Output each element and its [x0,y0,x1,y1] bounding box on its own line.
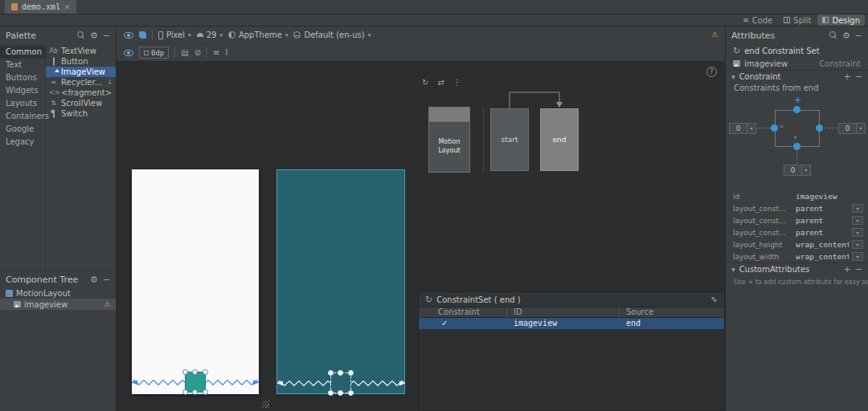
paint-mode-icon[interactable] [139,31,146,39]
selected-component-row[interactable]: imageview Constraint [726,57,868,70]
mode-split-button[interactable]: Split [779,14,816,26]
tab-close-icon[interactable]: × [64,3,70,11]
device-selector[interactable]: Pixel ▾ [158,31,191,39]
search-icon[interactable] [829,31,837,39]
gear-icon[interactable]: ⚙ [842,31,850,40]
add-constraint-icon[interactable]: + [844,72,851,81]
attribute-value[interactable]: parent [796,216,849,225]
resize-handle[interactable] [328,370,334,376]
add-top-constraint-icon[interactable]: + [794,95,801,105]
constraint-set-start-box[interactable]: start [490,108,529,171]
attribute-value[interactable]: parent [796,204,849,213]
palette-category-text[interactable]: Text [0,59,45,71]
help-icon[interactable]: ? [706,67,717,77]
value-dropdown[interactable]: ▾ [852,204,863,213]
resize-handle[interactable] [348,390,354,396]
motion-layout-box[interactable]: Motion Layout [428,107,470,173]
right-anchor[interactable] [816,124,823,132]
palette-item-textview[interactable]: Ab TextView [46,46,116,56]
palette-category-legacy[interactable]: Legacy [0,136,45,149]
resize-handle[interactable] [203,369,208,375]
search-icon[interactable] [77,31,85,39]
resize-handle[interactable] [328,390,334,396]
resize-grip[interactable] [262,401,269,408]
palette-item-fragment[interactable]: <> <fragment> [46,87,116,98]
constraint-set-end-box[interactable]: end [540,108,579,171]
constraint-anchor[interactable] [192,369,198,375]
palette-item-imageview[interactable]: ImageView [46,67,116,77]
theme-selector[interactable]: AppTheme ▾ [228,31,289,39]
right-margin-select[interactable]: 0 ▾ [838,123,866,134]
palette-item-scrollview[interactable]: ⇅ ScrollView [46,98,116,108]
attribute-name: id [733,193,792,201]
imageview-widget-design[interactable] [185,372,206,393]
constraint-set-table-row[interactable]: ✓ imageview end [419,318,724,329]
motion-cycle-icon[interactable]: ↻ [422,78,428,87]
add-custom-attribute-icon[interactable]: + [844,265,851,274]
tree-item-motionlayout[interactable]: MotionLayout [0,287,116,299]
top-anchor[interactable] [793,106,800,113]
mode-code-button[interactable]: ≡ Code [738,14,777,26]
blueprint-preview[interactable] [276,169,405,394]
bottom-anchor[interactable] [793,143,800,150]
collapse-icon[interactable]: ▼ [731,267,735,272]
minimize-icon[interactable]: − [103,275,110,284]
remove-constraint-icon[interactable]: − [855,72,862,81]
palette-item-switch[interactable]: Switch [46,108,116,119]
resize-handle[interactable] [203,389,208,395]
motion-transition-icon[interactable]: ⇄ [437,78,444,87]
pack-icon[interactable]: ≡ [213,49,219,57]
minimize-icon[interactable]: − [855,31,862,40]
minimize-icon[interactable]: − [103,31,110,40]
layout-warning-icon[interactable]: ⚠ [711,31,718,39]
palette-item-button[interactable]: Button [46,56,116,67]
collapse-icon[interactable]: ▼ [731,74,735,79]
api-selector[interactable]: 29 ▾ [197,31,223,39]
tree-item-label: MotionLayout [16,289,71,298]
constraint-anchor[interactable] [192,389,198,395]
attribute-value[interactable]: parent [796,228,849,237]
locale-selector[interactable]: Default (en-us) ▾ [293,31,371,39]
palette-category-widgets[interactable]: Widgets [0,84,45,97]
mode-design-button[interactable]: Design [817,14,865,26]
default-margin-selector[interactable]: 0dp [139,47,169,59]
guidelines-icon[interactable]: ▤ [181,49,188,57]
value-dropdown[interactable]: ▾ [852,252,863,261]
resize-handle[interactable] [182,369,188,375]
palette-category-containers[interactable]: Containers [0,110,45,123]
attribute-value[interactable]: wrap_content [796,240,849,249]
value-dropdown[interactable]: ▾ [852,228,863,237]
gear-icon[interactable]: ⚙ [90,31,98,40]
left-margin-select[interactable]: 0 ▾ [729,123,756,134]
tree-item-imageview[interactable]: imageview ⚠ [0,299,116,310]
custom-attributes-section-header[interactable]: ▼ CustomAttributes + − [726,262,868,275]
constraint-anchor[interactable] [338,390,343,396]
imageview-widget-blueprint[interactable] [330,372,351,393]
resize-handle[interactable] [348,370,354,376]
view-options-icon[interactable] [124,32,133,39]
download-icon[interactable]: ↓ [107,79,113,86]
motion-more-icon[interactable]: ⋮ [453,78,461,87]
palette-category-layouts[interactable]: Layouts [0,97,45,110]
gear-icon[interactable]: ⚙ [90,275,98,284]
constraint-section-header[interactable]: ▼ Constraint + − [726,70,868,83]
value-dropdown[interactable]: ▾ [852,240,863,249]
palette-category-google[interactable]: Google [0,123,45,136]
edit-pencil-icon[interactable]: ✎ [711,295,718,304]
attribute-value[interactable]: wrap_content [796,252,849,261]
attribute-value[interactable]: imageview [796,192,849,201]
tab-demo-xml[interactable]: demo.xml × [5,0,76,14]
palette-item-recyclerview[interactable]: ≡ Recycler... ↓ [46,77,116,87]
value-dropdown[interactable]: ▾ [852,216,863,225]
palette-category-common[interactable]: Common [0,46,45,59]
align-icon[interactable]: I [226,49,228,57]
palette-category-buttons[interactable]: Buttons [0,71,45,84]
bottom-margin-select[interactable]: 0 ▾ [784,165,811,176]
resize-handle[interactable] [182,389,188,395]
left-anchor[interactable] [771,124,778,132]
design-preview[interactable] [132,169,259,394]
clear-constraints-icon[interactable]: ⊘ [194,49,201,57]
constraint-anchor[interactable] [338,370,343,376]
view-constraints-icon[interactable] [124,50,133,56]
remove-custom-attribute-icon[interactable]: − [855,265,862,274]
